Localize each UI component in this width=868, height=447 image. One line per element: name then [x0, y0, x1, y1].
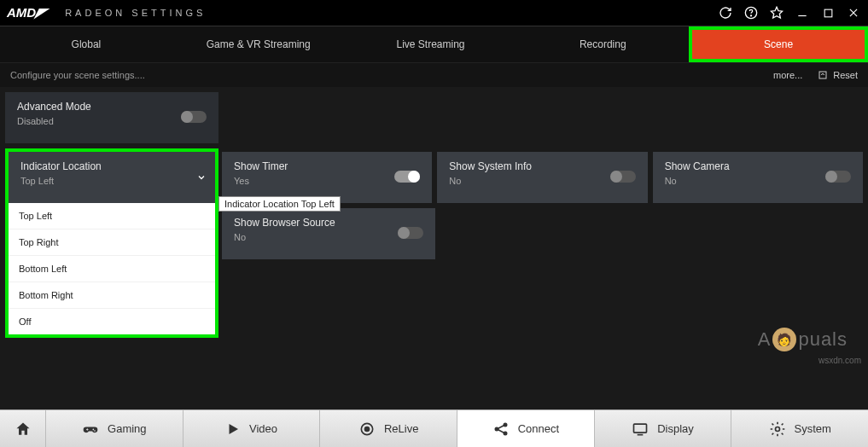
- nav-label: ReLive: [384, 422, 418, 435]
- sync-icon[interactable]: [718, 5, 733, 20]
- connect-icon: [492, 421, 510, 438]
- advanced-mode-label: Advanced Mode: [17, 101, 207, 113]
- nav-video[interactable]: Video: [184, 410, 321, 447]
- relive-icon: [358, 421, 376, 438]
- reset-button[interactable]: Reset: [818, 70, 858, 80]
- more-button[interactable]: more...: [773, 70, 802, 80]
- show-camera-label: Show Camera: [665, 160, 851, 172]
- advanced-mode-toggle[interactable]: [181, 111, 207, 123]
- nav-label: Gaming: [108, 422, 147, 435]
- toggle-cards-row: Show Timer Yes Show System Info No Show …: [222, 152, 863, 203]
- chevron-down-icon: [196, 172, 207, 183]
- indicator-location-tooltip: Indicator Location Top Left: [218, 196, 341, 212]
- play-icon: [225, 421, 241, 437]
- tab-global[interactable]: Global: [0, 26, 172, 62]
- nav-relive[interactable]: ReLive: [320, 410, 457, 447]
- show-system-info-card[interactable]: Show System Info No: [437, 152, 647, 203]
- nav-label: System: [795, 422, 831, 435]
- show-timer-card[interactable]: Show Timer Yes: [222, 152, 432, 203]
- tab-label: Live Streaming: [396, 38, 464, 50]
- nav-label: Connect: [518, 422, 559, 435]
- dropdown-option-bottom-left[interactable]: Bottom Left: [9, 256, 215, 282]
- scene-description: Configure your scene settings....: [10, 70, 145, 80]
- nav-label: Display: [657, 422, 694, 435]
- reset-icon: [818, 70, 828, 80]
- indicator-location-dropdown[interactable]: Indicator Location Top Left Top Left Top…: [5, 148, 218, 338]
- tab-label: Game & VR Streaming: [207, 38, 311, 50]
- amd-logo: AMD◤: [7, 5, 46, 20]
- minimize-icon[interactable]: [795, 5, 810, 20]
- content-area: Advanced Mode Disabled Indicator Locatio…: [0, 87, 868, 409]
- svg-point-1: [750, 15, 751, 16]
- show-camera-card[interactable]: Show Camera No: [653, 152, 863, 203]
- titlebar: AMD◤ RADEON SETTINGS: [0, 0, 868, 26]
- watermark-brand: A 🧑 puals: [758, 328, 848, 351]
- svg-marker-2: [771, 7, 782, 18]
- svg-point-12: [504, 423, 506, 426]
- svg-point-10: [364, 427, 369, 431]
- show-system-info-value: No: [449, 176, 635, 186]
- show-system-info-label: Show System Info: [449, 160, 635, 172]
- indicator-location-label: Indicator Location: [20, 160, 203, 172]
- svg-point-13: [504, 432, 506, 434]
- nav-label: Video: [249, 422, 277, 435]
- display-icon: [632, 421, 649, 438]
- show-timer-label: Show Timer: [234, 160, 420, 172]
- gamepad-icon: [82, 421, 99, 438]
- indicator-location-header[interactable]: Indicator Location Top Left: [9, 152, 215, 203]
- show-camera-toggle[interactable]: [825, 171, 851, 183]
- watermark-avatar-icon: 🧑: [772, 328, 796, 351]
- show-system-info-toggle[interactable]: [610, 171, 636, 183]
- tab-label: Global: [72, 38, 102, 50]
- advanced-mode-value: Disabled: [17, 116, 207, 126]
- svg-rect-4: [824, 9, 832, 17]
- tab-scene[interactable]: Scene: [689, 26, 868, 62]
- tab-label: Scene: [764, 38, 793, 50]
- show-timer-toggle[interactable]: [394, 171, 420, 183]
- advanced-mode-card[interactable]: Advanced Mode Disabled: [5, 92, 218, 143]
- secondary-bar: Configure your scene settings.... more..…: [0, 63, 868, 87]
- dropdown-option-off[interactable]: Off: [9, 309, 215, 334]
- svg-point-18: [775, 427, 779, 431]
- home-icon: [15, 421, 32, 438]
- nav-display[interactable]: Display: [595, 410, 732, 447]
- show-timer-value: Yes: [234, 176, 420, 186]
- titlebar-icons: [718, 5, 861, 20]
- show-browser-source-label: Show Browser Source: [234, 217, 423, 229]
- show-browser-source-toggle[interactable]: [398, 227, 423, 239]
- watermark-site: wsxdn.com: [818, 356, 861, 365]
- tab-recording[interactable]: Recording: [516, 26, 689, 62]
- indicator-location-value: Top Left: [20, 176, 203, 186]
- close-icon[interactable]: [846, 5, 861, 20]
- nav-home[interactable]: [0, 410, 46, 447]
- dropdown-option-top-right[interactable]: Top Right: [9, 229, 215, 256]
- top-tabs: Global Game & VR Streaming Live Streamin…: [0, 26, 868, 63]
- system-icon: [769, 421, 786, 438]
- svg-line-14: [498, 425, 504, 427]
- nav-gaming[interactable]: Gaming: [46, 410, 184, 447]
- nav-connect[interactable]: Connect: [457, 410, 595, 447]
- svg-point-11: [495, 427, 498, 430]
- maximize-icon[interactable]: [820, 5, 836, 20]
- nav-system[interactable]: System: [731, 410, 868, 447]
- show-browser-source-card[interactable]: Show Browser Source No: [222, 208, 435, 259]
- star-icon[interactable]: [769, 5, 784, 20]
- bottom-nav: Gaming Video ReLive Connect Display Syst…: [0, 409, 868, 447]
- show-browser-source-value: No: [234, 232, 423, 242]
- dropdown-option-top-left[interactable]: Top Left: [9, 203, 215, 229]
- svg-rect-7: [819, 72, 826, 78]
- dropdown-option-bottom-right[interactable]: Bottom Right: [9, 282, 215, 309]
- help-icon[interactable]: [743, 5, 759, 20]
- tab-live-streaming[interactable]: Live Streaming: [345, 26, 517, 62]
- toggle-cards-row2: Show Browser Source No: [222, 208, 435, 259]
- tab-game-vr-streaming[interactable]: Game & VR Streaming: [172, 26, 345, 62]
- svg-marker-8: [230, 424, 239, 434]
- indicator-location-menu: Top Left Top Right Bottom Left Bottom Ri…: [9, 203, 215, 334]
- svg-line-15: [498, 429, 504, 432]
- svg-rect-16: [634, 424, 647, 432]
- show-camera-value: No: [665, 176, 851, 186]
- tab-label: Recording: [580, 38, 626, 50]
- app-title: RADEON SETTINGS: [65, 8, 206, 18]
